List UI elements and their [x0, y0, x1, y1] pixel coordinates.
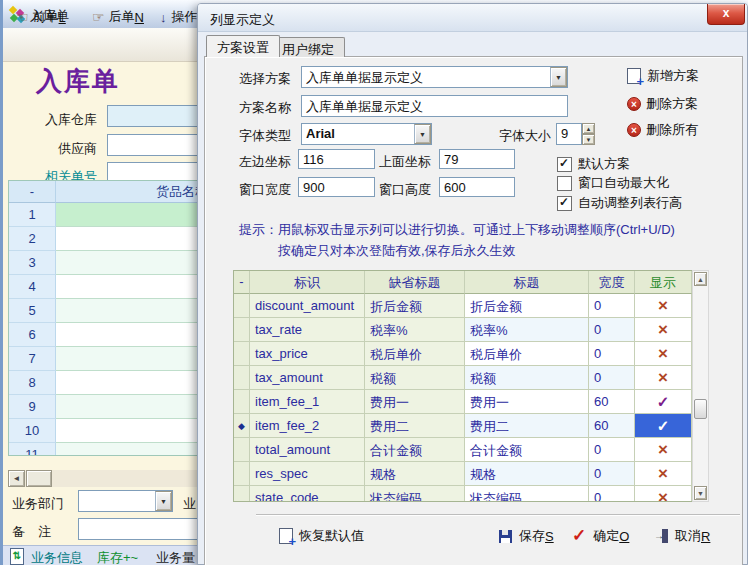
dropdown-arrow-icon[interactable]: ▼ — [550, 67, 567, 87]
row-number: 11 — [9, 443, 56, 456]
column-table-header: -标识缺省标题标题宽度显示 — [234, 271, 692, 294]
operations-button[interactable]: ↓ 操作 — [160, 7, 198, 27]
visibility-cell[interactable]: × — [635, 438, 692, 462]
col-default-title: 费用一 — [365, 390, 465, 414]
vscroll-thumb[interactable] — [694, 399, 707, 419]
column-row[interactable]: total_amount合计金额合计金额0× — [234, 438, 692, 462]
scheme-select[interactable]: 入库单单据显示定义 ▼ — [301, 66, 568, 88]
column-row[interactable]: discount_amount折后金额折后金额0× — [234, 294, 692, 318]
default-scheme-checkbox[interactable]: 默认方案 — [557, 155, 630, 173]
grid-hscrollbar[interactable]: ◄ — [8, 470, 197, 487]
window-width-input[interactable]: 900 — [298, 177, 375, 197]
table-vscrollbar[interactable]: ▲ ▼ — [692, 270, 709, 502]
dialog-titlebar[interactable] — [198, 4, 747, 32]
window-height-input[interactable]: 600 — [439, 177, 515, 197]
column-header: - — [234, 271, 250, 294]
column-row[interactable]: ◆item_fee_2费用二费用二60✓ — [234, 414, 692, 438]
auto-maximize-checkbox[interactable]: 窗口自动最大化 — [557, 174, 669, 192]
visibility-cell[interactable]: ✓ — [635, 414, 692, 438]
checkbox-icon[interactable] — [557, 196, 572, 211]
checkbox-icon[interactable] — [557, 157, 572, 172]
row-marker — [234, 438, 250, 462]
font-size-input[interactable]: 9 — [556, 123, 582, 145]
column-row[interactable]: res_spec规格规格0× — [234, 462, 692, 486]
stock-refresh-icon[interactable]: ⇅ — [10, 548, 24, 565]
spinner-down-icon[interactable]: ▼ — [582, 134, 595, 145]
col-title[interactable]: 状态编码 — [465, 486, 589, 502]
cancel-exit-icon — [655, 529, 668, 543]
visibility-cell[interactable]: × — [635, 462, 692, 486]
left-coord-input[interactable]: 116 — [298, 149, 375, 169]
col-title[interactable]: 税额 — [465, 366, 589, 390]
tab-user-binding[interactable]: 用户绑定 — [271, 37, 345, 57]
dropdown-arrow-icon[interactable]: ▼ — [155, 491, 172, 511]
row-number: 6 — [9, 323, 56, 347]
column-row[interactable]: state_code状态编码状态编码0× — [234, 486, 692, 502]
col-title[interactable]: 合计金额 — [465, 438, 589, 462]
close-icon[interactable]: x — [707, 4, 745, 25]
new-page-icon — [627, 68, 641, 84]
row-number: 4 — [9, 275, 56, 299]
delete-scheme-button[interactable]: × 删除方案 — [627, 95, 698, 113]
row-number: 1 — [9, 203, 56, 227]
business-volume-label: 业务量 — [156, 549, 195, 565]
font-size-stepper[interactable]: ▲ ▼ — [582, 123, 595, 145]
col-default-title: 费用二 — [365, 414, 465, 438]
auto-row-height-checkbox[interactable]: 自动调整列表行高 — [557, 194, 682, 212]
department-select[interactable]: ▼ — [78, 490, 173, 512]
checkbox-icon[interactable] — [557, 176, 572, 191]
scroll-down-icon[interactable]: ▼ — [694, 486, 707, 500]
col-title[interactable]: 税后单价 — [465, 342, 589, 366]
hint-line-1: 提示：用鼠标双击显示列可以进行切换。可通过上下移动调整顺序(Ctrl+U/D) — [239, 221, 675, 239]
col-title[interactable]: 税率% — [465, 318, 589, 342]
col-width: 0 — [589, 318, 635, 342]
col-id: state_code — [250, 486, 365, 502]
col-title[interactable]: 规格 — [465, 462, 589, 486]
dropdown-arrow-icon[interactable]: ▼ — [414, 124, 431, 144]
next-doc-button[interactable]: ☞ 后单N — [92, 7, 144, 27]
col-title[interactable]: 费用二 — [465, 414, 589, 438]
prev-doc-button[interactable]: ☜ 前单L — [16, 7, 66, 27]
scroll-left-icon[interactable]: ◄ — [8, 470, 25, 487]
ok-button[interactable]: ✓ 确定 O — [572, 527, 629, 545]
visibility-cell[interactable]: × — [635, 342, 692, 366]
row-number: 2 — [9, 227, 56, 251]
cancel-button[interactable]: 取消 R — [655, 527, 710, 545]
tab-scheme-settings[interactable]: 方案设置 — [206, 35, 280, 57]
add-scheme-button[interactable]: 新增方案 — [627, 67, 699, 85]
row-marker — [234, 318, 250, 342]
visibility-cell[interactable]: × — [635, 294, 692, 318]
divider — [256, 514, 740, 516]
visibility-cell[interactable]: ✓ — [635, 390, 692, 414]
hscroll-thumb[interactable] — [26, 470, 52, 487]
column-row[interactable]: tax_rate税率%税率%0× — [234, 318, 692, 342]
save-floppy-icon — [499, 530, 512, 543]
main-window-border — [0, 0, 3, 565]
window-height-label: 窗口高度 — [379, 181, 431, 199]
spinner-up-icon[interactable]: ▲ — [582, 123, 595, 134]
font-type-label: 字体类型 — [239, 127, 291, 145]
delete-all-button[interactable]: × 删除所有 — [627, 121, 698, 139]
screen: 入库单 ☜ 前单L ☞ 后单N ↓ 操作 入库单 入库仓库 供应商 相关单号 -… — [0, 0, 748, 565]
visibility-cell[interactable]: × — [635, 486, 692, 502]
row-marker — [234, 390, 250, 414]
scheme-name-input[interactable]: 入库单单据显示定义 — [301, 95, 568, 117]
col-title[interactable]: 费用一 — [465, 390, 589, 414]
column-table-body: discount_amount折后金额折后金额0×tax_rate税率%税率%0… — [234, 294, 692, 502]
font-type-select[interactable]: Arial ▼ — [301, 123, 432, 145]
top-coord-input[interactable]: 79 — [439, 149, 515, 169]
visibility-cell[interactable]: × — [635, 366, 692, 390]
col-width: 0 — [589, 462, 635, 486]
restore-defaults-button[interactable]: 恢复默认值 — [279, 527, 364, 545]
scroll-up-icon[interactable]: ▲ — [694, 272, 707, 286]
column-row[interactable]: item_fee_1费用一费用一60✓ — [234, 390, 692, 414]
dialog-title: 列显示定义 — [210, 11, 275, 29]
row-marker — [234, 342, 250, 366]
business-info-link[interactable]: 业务信息 — [31, 549, 83, 565]
col-title[interactable]: 折后金额 — [465, 294, 589, 318]
save-button[interactable]: 保存 S — [499, 527, 554, 545]
column-row[interactable]: tax_amount税额税额0× — [234, 366, 692, 390]
col-width: 0 — [589, 486, 635, 502]
visibility-cell[interactable]: × — [635, 318, 692, 342]
column-row[interactable]: tax_price税后单价税后单价0× — [234, 342, 692, 366]
